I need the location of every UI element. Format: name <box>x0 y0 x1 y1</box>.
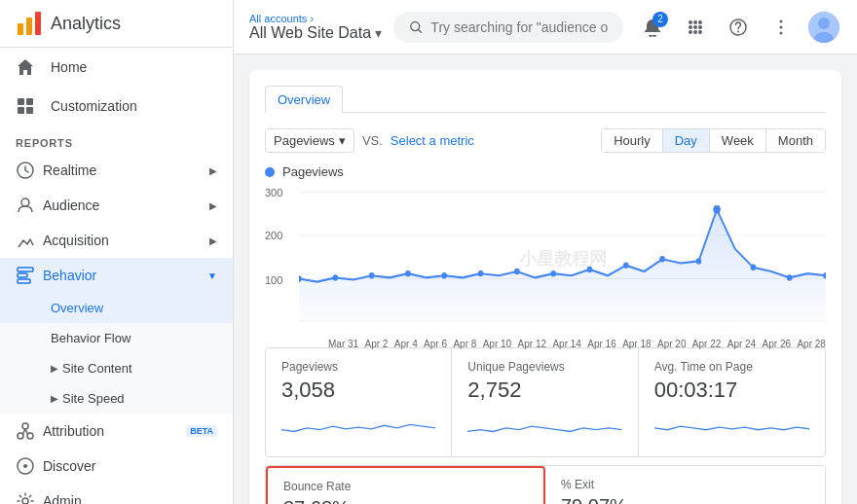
help-icon <box>728 18 748 37</box>
realtime-label: Realtime <box>43 162 202 178</box>
sidebar-header: Analytics <box>0 0 233 48</box>
chart-svg <box>299 187 826 332</box>
sidebar-item-customization[interactable]: Customization <box>0 87 233 126</box>
stat-unique-value: 2,752 <box>467 378 621 403</box>
stat-unique-pageviews: Unique Pageviews 2,752 <box>452 348 638 456</box>
discover-label: Discover <box>43 458 217 474</box>
sidebar-item-site-speed[interactable]: ▶Site Speed <box>0 383 233 414</box>
sidebar-item-behavior-flow[interactable]: Behavior Flow <box>0 323 233 353</box>
sidebar-item-admin[interactable]: Admin <box>0 484 233 504</box>
property-selector[interactable]: All Web Site Data ▾ <box>249 24 382 42</box>
svg-point-53 <box>751 265 757 270</box>
chart-wrapper: 300 200 100 <box>265 187 826 332</box>
stat-exit-value: 79.07% <box>561 495 809 504</box>
sidebar-item-site-content[interactable]: ▶Site Content <box>0 353 233 383</box>
stat-exit-label: % Exit <box>561 478 809 491</box>
apps-button[interactable] <box>678 10 713 45</box>
stat-bounce-rate: 1 Bounce Rate 87.68% <box>266 466 545 504</box>
time-btn-month[interactable]: Month <box>766 129 825 152</box>
sidebar-item-home[interactable]: Home <box>0 48 233 87</box>
svg-point-27 <box>698 30 702 34</box>
acquisition-chevron: ▶ <box>209 235 217 246</box>
account-selector[interactable]: All accounts › All Web Site Data ▾ <box>249 13 382 42</box>
clock-icon <box>16 161 35 180</box>
time-buttons: Hourly Day Week Month <box>601 128 826 153</box>
sidebar-item-realtime[interactable]: Realtime ▶ <box>0 153 233 188</box>
avatar-button[interactable] <box>806 10 841 45</box>
svg-point-45 <box>478 270 484 276</box>
time-btn-day[interactable]: Day <box>663 129 710 152</box>
sidebar-item-overview[interactable]: Overview <box>0 293 233 323</box>
svg-point-48 <box>587 267 593 272</box>
analytics-logo: Analytics <box>16 10 121 37</box>
search-input[interactable] <box>430 19 608 35</box>
help-button[interactable] <box>721 10 756 45</box>
admin-icon <box>16 491 35 504</box>
stat-pageviews: Pageviews 3,058 <box>266 348 452 456</box>
apps-icon <box>686 18 705 37</box>
x-axis-labels: Mar 31 Apr 2 Apr 4 Apr 6 Apr 8 Apr 10 Ap… <box>299 335 826 349</box>
svg-point-44 <box>441 272 447 278</box>
search-bar[interactable] <box>393 12 623 43</box>
svg-point-21 <box>698 20 702 24</box>
svg-point-31 <box>780 25 783 28</box>
behavior-label: Behavior <box>43 268 200 283</box>
site-speed-chevron: ▶ <box>51 393 58 404</box>
legend-label: Pageviews <box>282 164 344 179</box>
stat-avg-time-label: Avg. Time on Page <box>654 360 809 374</box>
tab-overview[interactable]: Overview <box>265 86 343 113</box>
all-accounts-link[interactable]: All accounts › <box>249 13 382 24</box>
svg-point-20 <box>693 20 697 24</box>
metric-dropdown[interactable]: Pageviews ▾ <box>265 128 354 153</box>
svg-point-43 <box>405 270 411 276</box>
stat-exit: % Exit 79.07% <box>545 466 825 504</box>
metric-dropdown-arrow: ▾ <box>339 133 346 148</box>
user-avatar <box>808 12 839 43</box>
sidebar-item-acquisition[interactable]: Acquisition ▶ <box>0 223 233 258</box>
home-label: Home <box>51 59 87 75</box>
controls-row: Pageviews ▾ VS. Select a metric Hourly D… <box>265 128 826 153</box>
svg-point-52 <box>713 205 720 213</box>
svg-point-50 <box>659 256 665 262</box>
metric-label: Pageviews <box>274 133 335 148</box>
time-btn-hourly[interactable]: Hourly <box>602 129 663 152</box>
topbar: All accounts › All Web Site Data ▾ 2 <box>234 0 857 54</box>
sidebar-item-behavior[interactable]: Behavior ▼ <box>0 258 233 293</box>
property-name: All Web Site Data <box>249 24 371 42</box>
sidebar-item-audience[interactable]: Audience ▶ <box>0 188 233 223</box>
svg-point-51 <box>696 258 702 264</box>
svg-point-17 <box>22 498 28 504</box>
attribution-beta-badge: BETA <box>186 425 217 437</box>
attribution-icon <box>16 421 35 441</box>
sidebar-item-attribution[interactable]: Attribution BETA <box>0 414 233 449</box>
svg-point-32 <box>780 31 783 34</box>
select-metric-link[interactable]: Select a metric <box>391 133 474 148</box>
svg-point-23 <box>693 25 697 29</box>
discover-icon <box>16 456 35 476</box>
svg-rect-2 <box>35 12 41 35</box>
time-btn-week[interactable]: Week <box>710 129 766 152</box>
customization-icon <box>16 96 35 116</box>
more-icon <box>771 18 791 37</box>
svg-point-54 <box>787 274 793 280</box>
acquisition-label: Acquisition <box>43 233 202 248</box>
tab-bar: Overview <box>265 86 826 113</box>
svg-rect-3 <box>18 98 24 105</box>
svg-point-46 <box>514 269 520 274</box>
sidebar-item-discover[interactable]: Discover <box>0 449 233 484</box>
sidebar-title: Analytics <box>51 14 121 34</box>
chart-area: Pageviews 300 200 100 <box>265 164 826 332</box>
y-label-100: 100 <box>265 274 282 286</box>
more-button[interactable] <box>764 10 799 45</box>
overview-card: Overview Pageviews ▾ VS. Select a metric… <box>249 70 841 504</box>
svg-point-26 <box>693 30 697 34</box>
attribution-label: Attribution <box>43 423 174 439</box>
property-dropdown-arrow: ▾ <box>375 25 382 41</box>
all-accounts-arrow: › <box>310 13 314 24</box>
topbar-actions: 2 <box>635 10 841 45</box>
home-icon <box>16 57 35 77</box>
behavior-icon <box>16 266 35 285</box>
notification-button[interactable]: 2 <box>635 10 670 45</box>
stat-pageviews-value: 3,058 <box>281 378 435 403</box>
stats-grid: Pageviews 3,058 Unique Pageviews 2,752 <box>265 347 826 457</box>
